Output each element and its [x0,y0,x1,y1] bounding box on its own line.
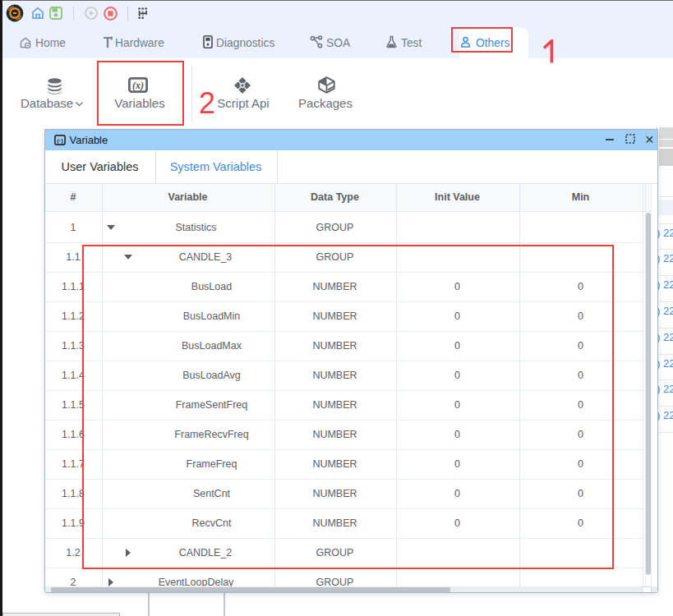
svg-text:(·): (·) [57,137,63,145]
